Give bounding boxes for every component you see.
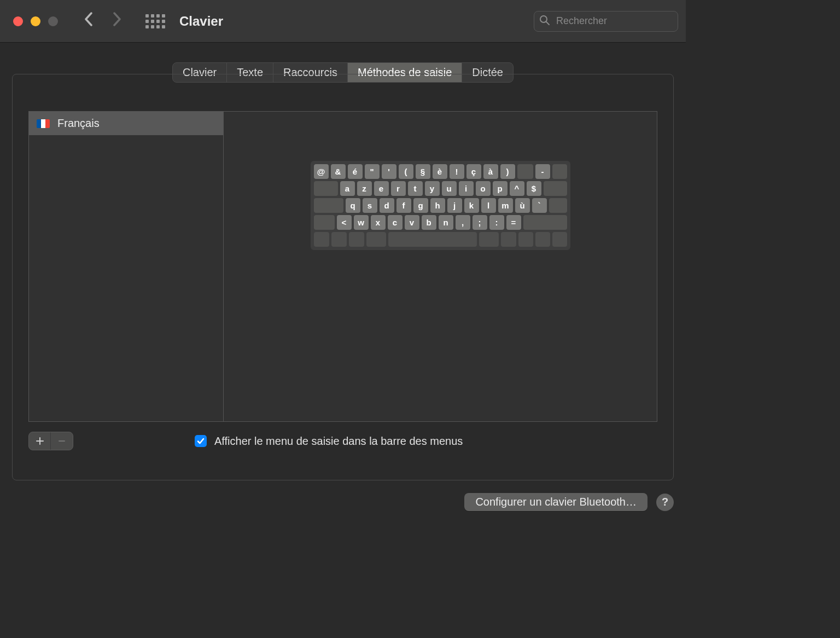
preferences-window: Clavier Clavier Texte Raccourcis Méthode…: [0, 0, 686, 523]
svg-line-1: [546, 22, 549, 25]
key: t: [408, 181, 423, 196]
tab-shortcuts[interactable]: Raccourcis: [273, 63, 348, 82]
input-source-label: Français: [57, 117, 100, 130]
key: (: [399, 164, 413, 179]
key: l: [481, 198, 496, 213]
key: h: [430, 198, 445, 213]
remove-input-source-button: [51, 432, 73, 450]
key-capslock: [314, 198, 343, 213]
key: f: [396, 198, 411, 213]
key: -: [535, 164, 550, 179]
key: ,: [456, 215, 470, 230]
key: ): [500, 164, 515, 179]
key-backspace: [552, 164, 567, 179]
key: ^: [510, 181, 524, 196]
window-title: Clavier: [179, 14, 223, 29]
key: à: [483, 164, 498, 179]
tab-text[interactable]: Texte: [227, 63, 273, 82]
key: o: [476, 181, 491, 196]
keyboard-layout: @ & é " ' ( § è ! ç à ) -: [311, 161, 570, 250]
key: b: [422, 215, 436, 230]
bluetooth-keyboard-button[interactable]: Configurer un clavier Bluetooth…: [464, 493, 648, 511]
key-tab: [314, 181, 338, 196]
input-sources-list[interactable]: Français: [29, 112, 224, 421]
content-panel: Français @ & é " ' ( § è ! ç à ): [28, 111, 657, 422]
keyboard-preview: @ & é " ' ( § è ! ç à ) -: [224, 112, 657, 421]
key: p: [493, 181, 508, 196]
close-window-button[interactable]: [13, 16, 23, 26]
show-input-menu-label: Afficher le menu de saisie dans la barre…: [214, 435, 463, 448]
key: é: [348, 164, 363, 179]
key-ctrl: [331, 232, 347, 247]
help-button[interactable]: ?: [656, 494, 674, 511]
key: d: [380, 198, 394, 213]
key-shift-left: [314, 215, 335, 230]
key: r: [391, 181, 406, 196]
key: <: [337, 215, 352, 230]
key: ': [382, 164, 396, 179]
key: @: [314, 164, 329, 179]
tab-input-sources[interactable]: Méthodes de saisie: [348, 63, 462, 82]
key-enter: [549, 198, 567, 213]
key-cmd-left: [366, 232, 386, 247]
key: z: [357, 181, 372, 196]
key: !: [450, 164, 464, 179]
input-source-item[interactable]: Français: [29, 112, 223, 135]
tab-dictation[interactable]: Dictée: [462, 63, 513, 82]
show-input-menu-checkbox[interactable]: [195, 435, 207, 447]
key-option-right: [501, 232, 516, 247]
key: v: [405, 215, 419, 230]
key: e: [374, 181, 389, 196]
zoom-window-button: [48, 16, 58, 26]
key: g: [413, 198, 428, 213]
key: y: [425, 181, 440, 196]
key: s: [363, 198, 377, 213]
key-space: [388, 232, 477, 247]
key-cmd-right: [479, 232, 499, 247]
key: n: [439, 215, 453, 230]
key: =: [506, 215, 521, 230]
tabs: Clavier Texte Raccourcis Méthodes de sai…: [172, 62, 514, 83]
key-enter-top: [544, 181, 567, 196]
svg-point-0: [540, 16, 547, 22]
key-arrow: [535, 232, 550, 247]
flag-icon: [37, 119, 50, 128]
key: &: [331, 164, 346, 179]
key: i: [459, 181, 474, 196]
key-fn: [314, 232, 329, 247]
nav-arrows: [84, 12, 121, 30]
key: §: [416, 164, 430, 179]
forward-button: [113, 12, 121, 30]
key-arrow: [552, 232, 567, 247]
show-all-button[interactable]: [145, 14, 165, 28]
key-option-left: [349, 232, 364, 247]
key: a: [340, 181, 355, 196]
key: c: [388, 215, 402, 230]
key: w: [354, 215, 369, 230]
key-arrow: [518, 232, 533, 247]
key: x: [371, 215, 386, 230]
add-remove-buttons: [28, 432, 73, 450]
key: ": [365, 164, 380, 179]
key: q: [346, 198, 360, 213]
search-field-container: [534, 11, 678, 32]
key: ;: [472, 215, 487, 230]
minimize-window-button[interactable]: [31, 16, 40, 26]
key: `: [532, 198, 547, 213]
titlebar: Clavier: [0, 0, 686, 43]
key: ù: [515, 198, 530, 213]
key: k: [464, 198, 479, 213]
key-shift-right: [523, 215, 567, 230]
key: $: [527, 181, 541, 196]
search-input[interactable]: [534, 11, 678, 32]
search-icon: [539, 15, 550, 28]
key-blank: [517, 164, 533, 179]
back-button[interactable]: [84, 12, 93, 30]
add-input-source-button[interactable]: [29, 432, 51, 450]
key: :: [489, 215, 504, 230]
key: u: [442, 181, 457, 196]
key: j: [447, 198, 462, 213]
key: è: [433, 164, 447, 179]
key: ç: [466, 164, 481, 179]
tab-keyboard[interactable]: Clavier: [173, 63, 227, 82]
